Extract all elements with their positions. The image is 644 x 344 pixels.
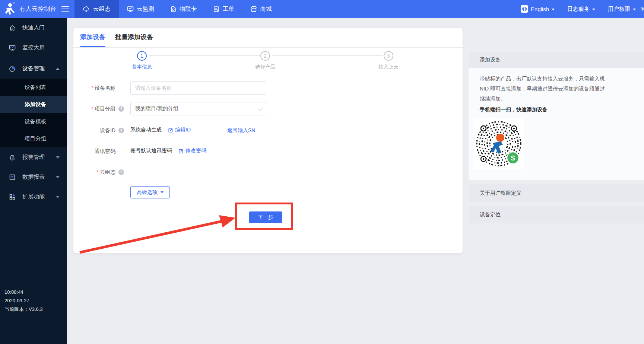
main-content: 添加设备 批量添加设备 1 2 3 基本信息 选择产品 接入上云 *设备名称 <box>67 18 644 344</box>
form-row-project-group: *项目分组 ? 我的项目/我的分组 <box>73 102 463 115</box>
help-card-user-rights[interactable]: 关于用户权限定义 <box>469 184 644 202</box>
topnav-label: 云监测 <box>137 5 155 13</box>
form-row-comm-password: 通讯密码 账号默认通讯密码 修改密码 <box>73 147 463 155</box>
help-card-device-location[interactable]: 设备定位 <box>469 206 644 223</box>
help-text-line: 继续添加。 <box>480 94 644 104</box>
miniprogram-qr-code: S <box>473 118 524 169</box>
change-password-link[interactable]: 修改密码 <box>179 147 206 154</box>
app-window: ® 有人云控制台 云组态 云监测 物联卡 <box>0 0 644 344</box>
chevron-down-icon <box>633 9 636 10</box>
comm-password-value: 账号默认通讯密码 <box>130 147 172 154</box>
device-name-input[interactable] <box>130 81 266 95</box>
clock-time: 10:08:44 <box>4 288 43 296</box>
sidebar-item-alarm-manage[interactable]: 报警管理 <box>0 147 67 167</box>
chevron-down-icon <box>552 9 555 10</box>
advanced-options-button[interactable]: 高级选项 <box>130 186 170 198</box>
tab-add-device[interactable]: 添加设备 <box>80 33 105 41</box>
project-group-select-wrap: 我的项目/我的分组 <box>130 102 266 115</box>
form-row-advanced: 高级选项 <box>73 186 463 198</box>
sidebar-sublabel: 添加设备 <box>25 101 46 108</box>
chevron-down-icon <box>56 156 60 159</box>
help-icon[interactable]: ? <box>118 106 124 112</box>
help-text-line: NID 即可直接添加，早期通过透传云添加的设备须通过 <box>480 84 644 94</box>
form-row-cloud-scada: *云组态 ? <box>73 168 463 176</box>
help-text-line: 带贴标的产品，出厂默认支持接入云服务，只需输入机 <box>480 74 644 84</box>
back-to-sn-link[interactable]: 返回输入SN <box>227 127 255 134</box>
help-panel: 添加设备 带贴标的产品，出厂默认支持接入云服务，只需输入机 NID 即可直接添加… <box>469 52 644 227</box>
toggle-knob <box>124 169 130 175</box>
chevron-down-icon <box>56 196 60 198</box>
chevron-down-icon <box>258 106 263 111</box>
sidebar-subitem-add-device[interactable]: 添加设备 <box>0 96 67 113</box>
step-label-basic-info: 基本信息 <box>120 64 164 70</box>
next-step-button[interactable]: 下一步 <box>249 211 282 223</box>
sidebar: 快速入门 监控大屏 设备管理 设备列表 添加设备 设备模板 <box>0 18 67 344</box>
device-id-label: 设备ID <box>73 127 115 134</box>
required-asterisk: * <box>92 85 93 91</box>
edit-icon <box>179 149 184 153</box>
help-icon[interactable]: ? <box>118 128 124 133</box>
help-icon[interactable]: ? <box>118 169 124 175</box>
help-card-title[interactable]: 添加设备 <box>469 52 644 68</box>
sidebar-label: 报警管理 <box>22 154 45 161</box>
tab-bar: 添加设备 批量添加设备 <box>73 28 463 48</box>
form-row-device-id: 设备ID ? 系统自动生成 编辑ID 返回输入SN <box>73 127 463 134</box>
step-label-connect-cloud: 接入上云 <box>366 64 411 70</box>
topnav-item-cloud-monitor[interactable]: 云监测 <box>119 0 163 18</box>
topnav-item-cloud-scada[interactable]: 云组态 <box>74 0 119 18</box>
language-switcher[interactable]: English <box>521 5 555 13</box>
chevron-down-icon <box>56 176 60 178</box>
sidebar-subitem-device-template[interactable]: 设备模板 <box>0 113 67 130</box>
big-screen-icon <box>9 44 16 51</box>
topnav-item-iot-card[interactable]: 物联卡 <box>162 0 205 18</box>
sidebar-label: 快速入门 <box>22 24 45 31</box>
topnav-item-work-order[interactable]: 工单 <box>205 0 242 18</box>
step-label-select-product: 选择产品 <box>243 64 288 70</box>
sidebar-label: 监控大屏 <box>22 44 45 51</box>
log-service-menu[interactable]: 日志服务 <box>567 6 595 13</box>
sidebar-item-extensions[interactable]: 扩展功能 <box>0 187 67 207</box>
sidebar-item-data-report[interactable]: 数据报表 <box>0 167 67 187</box>
step-connector <box>272 55 383 56</box>
brand-area: ® 有人云控制台 <box>0 0 69 18</box>
step-circle-1: 1 <box>137 51 147 61</box>
sidebar-label: 数据报表 <box>22 173 45 181</box>
version-label: 当前版本：V3.6.3 <box>4 305 43 313</box>
sidebar-sublabel: 设备模板 <box>25 118 46 125</box>
device-name-field-wrap <box>130 81 266 95</box>
project-group-select[interactable]: 我的项目/我的分组 <box>130 102 266 115</box>
step-circle-2: 2 <box>260 51 270 61</box>
cloud-icon <box>83 6 90 12</box>
help-card-body: 带贴标的产品，出厂默认支持接入云服务，只需输入机 NID 即可直接添加，早期通过… <box>469 68 644 180</box>
report-icon <box>9 174 16 181</box>
extensions-icon <box>9 194 16 200</box>
topnav-item-mall[interactable]: 商城 <box>242 0 280 18</box>
globe-icon <box>521 5 528 13</box>
tab-batch-add-device[interactable]: 批量添加设备 <box>115 33 153 41</box>
sidebar-item-device-manage[interactable]: 设备管理 <box>0 59 67 79</box>
sidebar-subitem-device-list[interactable]: 设备列表 <box>0 79 67 96</box>
home-icon <box>9 25 16 31</box>
topbar-right: English 日志服务 用户权限 ✳ <box>521 0 644 18</box>
sidebar-footer: 10:08:44 2020-03-27 当前版本：V3.6.3 <box>4 288 43 313</box>
edit-id-link[interactable]: 编辑ID <box>168 127 191 133</box>
work-order-icon <box>213 6 219 12</box>
required-asterisk: * <box>92 106 93 112</box>
device-name-label: *设备名称 <box>73 85 115 92</box>
clock-date: 2020-03-27 <box>4 296 43 305</box>
sidebar-label: 扩展功能 <box>22 193 45 200</box>
form-row-device-name: *设备名称 <box>73 81 463 95</box>
cloud-scada-label: *云组态 <box>73 169 115 176</box>
top-navigation: 云组态 云监测 物联卡 工单 <box>74 0 280 18</box>
user-rights-label: 用户权限 <box>608 6 630 13</box>
device-id-field: 系统自动生成 编辑ID <box>130 127 191 133</box>
sidebar-item-big-screen[interactable]: 监控大屏 <box>0 38 67 57</box>
help-card-add-device: 添加设备 带贴标的产品，出厂默认支持接入云服务，只需输入机 NID 即可直接添加… <box>469 52 644 180</box>
sidebar-group-device-manage: 设备管理 设备列表 添加设备 设备模板 项目分组 <box>0 59 67 147</box>
clipped-edge-icon[interactable]: ✳ <box>640 6 644 12</box>
hamburger-menu-icon[interactable] <box>61 5 69 13</box>
sidebar-item-quick-start[interactable]: 快速入门 <box>0 18 67 38</box>
sidebar-subitem-project-group[interactable]: 项目分组 <box>0 130 67 147</box>
chevron-down-icon <box>592 9 595 10</box>
user-rights-menu[interactable]: 用户权限 <box>608 6 636 13</box>
